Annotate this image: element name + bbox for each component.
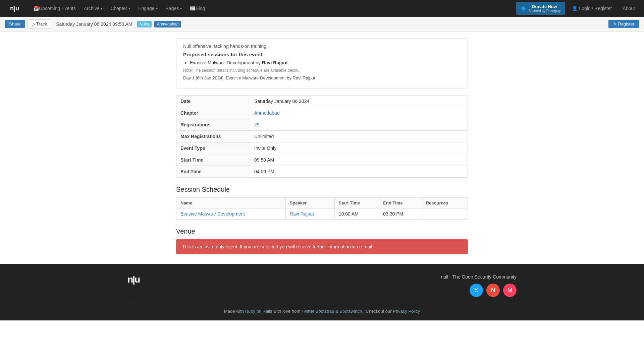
chevron-down-icon: ▾ — [156, 7, 158, 10]
donate-button[interactable]: 🔷 Donate Now Secured by Razorpay — [516, 2, 565, 15]
speaker-link[interactable]: Ravi Rajput — [290, 211, 314, 217]
user-icon: 👤 — [572, 6, 579, 11]
details-table: Date Saturday January 06 2024 Chapter Ah… — [176, 95, 468, 178]
social-icons: 𝕏 N M — [441, 284, 517, 297]
speaker-cell: Ravi Rajput — [285, 208, 334, 220]
sessions-heading: Proposed sessions for this event: — [183, 52, 461, 57]
event-description: Null offensive hacking hands-on training… — [183, 44, 461, 49]
null-site-icon[interactable]: N — [486, 284, 500, 297]
nav-item-engage: Engage ▾ — [134, 0, 161, 17]
col-speaker: Speaker — [285, 198, 334, 208]
chapter-link[interactable]: Ahmedabad — [254, 110, 280, 116]
table-row: Registrations 29 — [176, 119, 468, 131]
value-end-time: 04:00 PM — [250, 166, 468, 178]
table-row: Chapter Ahmedabad — [176, 107, 468, 119]
table-row: Date Saturday January 06 2024 — [176, 96, 468, 107]
table-row: End Time 04:00 PM — [176, 166, 468, 178]
col-resources: Resources — [422, 198, 468, 208]
made-with-text: Made with — [224, 309, 245, 314]
value-max-registrations: Unlimited — [250, 131, 468, 142]
donate-icon: 🔷 — [521, 6, 526, 11]
org-name: null - The Open Security Community — [441, 274, 517, 280]
value-registrations: 29 — [250, 119, 468, 131]
footer-inner: n|u null - The Open Security Community 𝕏… — [127, 274, 517, 297]
nav-item-archive: Archive ▾ — [80, 0, 107, 17]
bootswatch-link[interactable]: Bootswatch — [339, 309, 362, 314]
tag-nulla: Nulla — [137, 21, 151, 27]
footer-logo: n|u — [127, 274, 140, 285]
nav-link-pages[interactable]: Pages ▾ — [162, 0, 186, 17]
value-start-time: 09:50 AM — [250, 154, 468, 166]
rss-icon: 📰 — [190, 6, 196, 11]
nav-item-blog: 📰 Blog — [186, 0, 209, 17]
label-date: Date — [176, 96, 250, 107]
sessions-list: Evasive Malware Development by Ravi Rajp… — [190, 60, 461, 65]
track-icon: ▷ — [32, 21, 36, 26]
label-chapter: Chapter — [176, 107, 250, 119]
share-button[interactable]: Share — [5, 20, 25, 28]
table-row: Start Time 09:50 AM — [176, 154, 468, 166]
navbar: n|u 📅 Upcoming Events Archive ▾ Chapter … — [0, 0, 644, 17]
nav-link-chapter[interactable]: Chapter ▾ — [106, 0, 134, 17]
main-content: Null offensive hacking hands-on training… — [171, 38, 473, 254]
table-row: Event Type Invite Only — [176, 142, 468, 154]
login-register-link[interactable]: 👤 Login / Register — [568, 6, 616, 11]
resources-cell — [422, 208, 468, 220]
chevron-down-icon: ▾ — [128, 7, 130, 10]
and-text: & — [335, 309, 339, 314]
label-registrations: Registrations — [176, 119, 250, 131]
session-note: Note: The session details including sche… — [183, 68, 461, 73]
twitter-icon[interactable]: 𝕏 — [470, 284, 483, 297]
invite-alert: This is an invite only event. If you are… — [176, 239, 468, 254]
checkout-text: . Checkout our — [363, 309, 393, 314]
event-header: Share ▷ Track Saturday January 06 2024 0… — [0, 17, 644, 32]
brand-logo[interactable]: n|u — [5, 0, 24, 17]
privacy-policy-link[interactable]: Privacy Policy — [393, 309, 420, 314]
session-speaker: Ravi Rajput — [262, 60, 288, 65]
register-button[interactable]: ✎ Register — [608, 20, 639, 28]
table-row: Max Registrations Unlimited — [176, 131, 468, 142]
start-time-cell: 10:00 AM — [334, 208, 379, 220]
nav-link-blog[interactable]: 📰 Blog — [186, 0, 209, 17]
about-link[interactable]: About — [619, 6, 639, 11]
session-name-link[interactable]: Evasive Malware Development — [180, 211, 245, 217]
day-line: Day 1 [6th Jan 2024]: Evasive Malware De… — [183, 75, 461, 80]
label-start-time: Start Time — [176, 154, 250, 166]
schedule-table: Name Speaker Start Time End Time Resourc… — [176, 197, 468, 220]
calendar-icon: 📅 — [33, 6, 39, 11]
nav-item-pages: Pages ▾ — [162, 0, 186, 17]
ruby-on-rails-link[interactable]: Ruby on Rails — [245, 309, 272, 314]
session-name-cell: Evasive Malware Development — [176, 208, 286, 220]
label-event-type: Event Type — [176, 142, 250, 154]
value-chapter: Ahmedabad — [250, 107, 468, 119]
venue-title: Venue — [176, 228, 468, 235]
chevron-down-icon: ▾ — [180, 7, 182, 10]
value-event-type: Invite Only — [250, 142, 468, 154]
meetup-icon[interactable]: M — [503, 284, 517, 297]
registrations-link[interactable]: 29 — [254, 122, 260, 127]
event-date: Saturday January 06 2024 09:50 AM — [56, 21, 132, 27]
col-end-time: End Time — [379, 198, 422, 208]
event-info-box: Null offensive hacking hands-on training… — [176, 38, 468, 88]
nav-link-engage[interactable]: Engage ▾ — [134, 0, 161, 17]
nav-links: 📅 Upcoming Events Archive ▾ Chapter ▾ En… — [29, 0, 209, 17]
nav-link-upcoming-events[interactable]: 📅 Upcoming Events — [29, 0, 80, 17]
twitter-bootstrap-link[interactable]: Twitter Bootstrap — [302, 309, 334, 314]
col-name: Name — [176, 198, 286, 208]
schedule-title: Session Schedule — [176, 186, 468, 193]
nav-item-upcoming-events: 📅 Upcoming Events — [29, 0, 80, 17]
footer-bottom: Made with Ruby on Rails with love from T… — [127, 304, 517, 314]
table-header-row: Name Speaker Start Time End Time Resourc… — [176, 198, 468, 208]
label-max-registrations: Max Registrations — [176, 131, 250, 142]
session-item: Evasive Malware Development by Ravi Rajp… — [190, 60, 461, 65]
track-button[interactable]: ▷ Track — [28, 19, 51, 28]
end-time-cell: 03:30 PM — [379, 208, 422, 220]
session-name: Evasive Malware Development — [190, 60, 254, 65]
love-text: with love from — [273, 309, 302, 314]
chevron-down-icon: ▾ — [101, 7, 102, 10]
table-row: Evasive Malware Development Ravi Rajput … — [176, 208, 468, 220]
footer: n|u null - The Open Security Community 𝕏… — [0, 264, 644, 320]
nav-link-archive[interactable]: Archive ▾ — [80, 0, 107, 17]
value-date: Saturday January 06 2024 — [250, 96, 468, 107]
footer-right: null - The Open Security Community 𝕏 N M — [441, 274, 517, 297]
